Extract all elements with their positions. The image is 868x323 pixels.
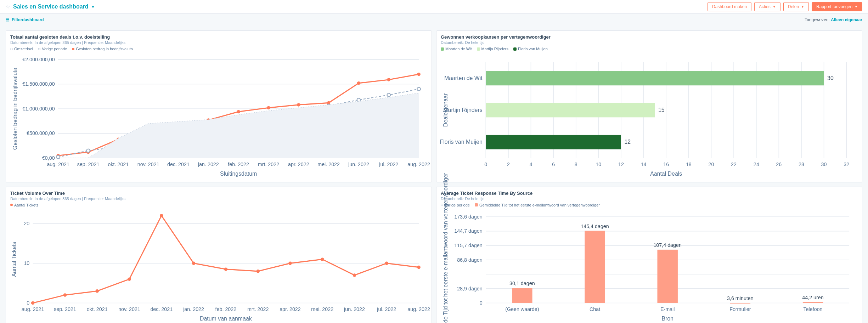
svg-text:(Geen waarde): (Geen waarde) [505,306,539,312]
legend-gesloten-bedrag: Gesloten bedrag in bedrijfsvaluta [76,47,133,51]
legend-rep2: Martijn Rijnders [481,47,508,51]
legend-aantal-tickets: Aantal Tickets [14,203,38,207]
svg-text:18: 18 [686,162,692,167]
svg-text:okt. 2021: okt. 2021 [87,306,108,312]
legend-rep3: Floria van Muijen [518,47,548,51]
svg-text:4: 4 [530,162,532,167]
svg-text:Floris van Muijen: Floris van Muijen [440,139,483,145]
svg-point-111 [321,257,324,261]
svg-point-103 [63,293,67,297]
svg-point-112 [353,273,356,277]
legend-omzetdoel: Omzetdoel [14,47,33,51]
svg-text:15: 15 [658,107,665,113]
svg-rect-86 [486,71,824,86]
svg-text:Aantal Deals: Aantal Deals [650,171,682,177]
legend-vorige-periode: Vorige periode [42,47,67,51]
filter-icon: ☰ [6,17,10,22]
svg-text:apr. 2022: apr. 2022 [280,306,301,312]
svg-text:Gesloten bedrag in bedrijfsval: Gesloten bedrag in bedrijfsvaluta [12,68,18,150]
svg-point-21 [387,78,391,81]
svg-text:12: 12 [618,162,624,167]
svg-point-16 [237,110,240,114]
assigned-filter[interactable]: Toegewezen: Alleen eigenaar [805,17,862,22]
svg-text:8: 8 [575,162,577,167]
card-ticket-response: Average Ticket Response Time By Source D… [436,187,862,323]
svg-text:26: 26 [776,162,782,167]
svg-rect-149 [657,250,677,303]
svg-point-24 [86,149,90,153]
svg-text:Sluitingsdatum: Sluitingsdatum [220,171,257,177]
star-icon[interactable]: ☆ [6,4,10,10]
svg-text:Formulier: Formulier [729,306,751,312]
svg-point-114 [417,266,421,269]
svg-rect-143 [512,288,532,303]
svg-text:Bron: Bron [661,316,673,322]
filter-dashboard-button[interactable]: ☰ Filterdashboard [6,17,44,22]
topbar: ☆ Sales en Service dashboard ▼ Dashboard… [0,0,868,14]
svg-text:10: 10 [24,260,29,266]
svg-text:107,4 dagen: 107,4 dagen [653,242,682,248]
svg-text:E-mail: E-mail [660,306,675,312]
svg-point-34 [387,93,391,97]
dashboard-title-wrap[interactable]: ☆ Sales en Service dashboard ▼ [6,4,95,10]
create-dashboard-button[interactable]: Dashboard maken [708,2,751,11]
svg-text:32: 32 [844,162,849,167]
svg-text:3,6 minuten: 3,6 minuten [727,295,754,301]
svg-text:aug. 2021: aug. 2021 [22,306,44,312]
svg-point-108 [224,267,228,271]
svg-point-20 [357,81,361,85]
dashboard-title: Sales en Service dashboard [13,4,89,10]
deals-vs-goal-legend: Omzetdoel Vorige periode Gesloten bedrag… [6,46,432,52]
svg-text:€0,00: €0,00 [42,155,55,161]
svg-text:145,4 dagen: 145,4 dagen [581,223,609,229]
svg-text:jun. 2022: jun. 2022 [344,306,365,312]
assigned-value: Alleen eigenaar [831,17,862,22]
svg-text:feb. 2022: feb. 2022 [215,306,237,312]
svg-text:jun. 2022: jun. 2022 [348,162,369,167]
svg-point-35 [417,87,421,91]
svg-text:jan. 2022: jan. 2022 [198,162,219,167]
svg-rect-146 [585,231,605,303]
svg-text:144,7 dagen: 144,7 dagen [454,228,483,234]
svg-text:12: 12 [625,139,631,145]
svg-text:mrt. 2022: mrt. 2022 [258,162,279,167]
chevron-down-icon: ▼ [801,5,804,8]
share-button[interactable]: Delen ▼ [783,2,809,11]
svg-text:jul. 2022: jul. 2022 [379,162,398,167]
actions-button[interactable]: Acties ▼ [754,2,780,11]
svg-point-106 [160,214,163,217]
chevron-down-icon: ▼ [773,5,776,8]
svg-text:apr. 2022: apr. 2022 [288,162,309,167]
ticket-volume-sub: Datumbereik: In de afgelopen 365 dagen |… [10,197,427,201]
svg-point-17 [267,106,270,110]
svg-text:30,1 dagen: 30,1 dagen [509,280,535,286]
svg-rect-155 [803,302,823,303]
svg-text:okt. 2021: okt. 2021 [108,162,129,167]
add-report-label: Rapport toevoegen [816,5,852,9]
svg-point-33 [357,98,361,102]
svg-rect-152 [730,303,750,304]
svg-text:nov. 2021: nov. 2021 [137,162,159,167]
svg-text:6: 6 [552,162,555,167]
svg-text:sep. 2021: sep. 2021 [54,306,76,312]
svg-text:86,8 dagen: 86,8 dagen [457,257,483,262]
svg-text:nov. 2021: nov. 2021 [118,306,140,312]
ticket-response-chart: 028,9 dagen86,8 dagen115,7 dagen144,7 da… [441,210,858,323]
add-report-button[interactable]: Rapport toevoegen ▼ [812,2,862,11]
won-per-rep-title: Gewonnen verkoopkansen per vertegenwoord… [441,34,858,40]
svg-text:jul. 2022: jul. 2022 [377,306,396,312]
svg-point-110 [288,262,292,265]
svg-text:0: 0 [480,300,483,306]
svg-text:20: 20 [24,221,29,226]
svg-point-109 [256,270,260,273]
card-won-per-rep: Gewonnen verkoopkansen per vertegenwoord… [436,30,862,182]
svg-text:jan. 2022: jan. 2022 [183,306,204,312]
svg-text:Datum van aanmaak: Datum van aanmaak [200,316,252,322]
svg-text:Chat: Chat [590,306,600,312]
ticket-volume-legend: Aantal Tickets [6,202,432,209]
chevron-down-icon[interactable]: ▼ [91,5,95,9]
ticket-response-title: Average Ticket Response Time By Source [441,191,858,196]
won-per-rep-legend: Maarten de Wit Martijn Rijnders Floria v… [436,46,862,52]
svg-point-104 [95,289,99,293]
assigned-label: Toegewezen: [805,17,830,22]
